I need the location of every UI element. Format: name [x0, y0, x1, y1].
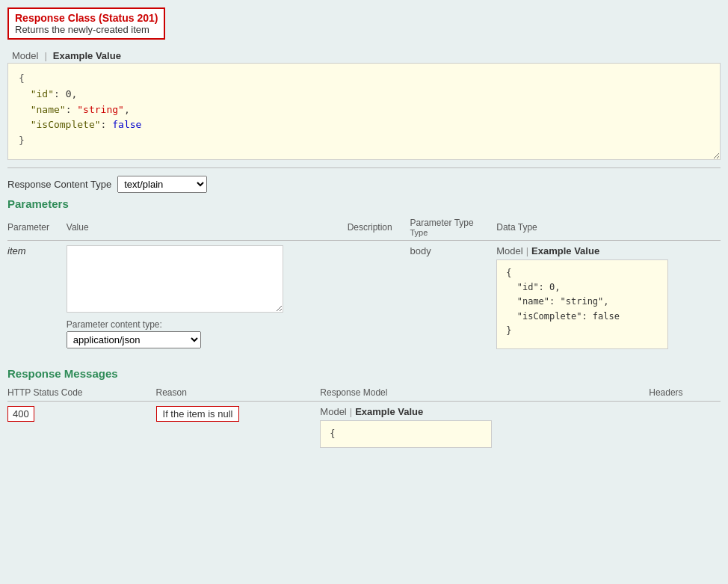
- bottom-code-box: {: [320, 420, 492, 448]
- col-description: Description: [348, 215, 410, 241]
- response-content-type-label: Response Content Type: [7, 179, 111, 190]
- response-model-tabs: Model | Example Value: [320, 406, 644, 417]
- response-messages-table: HTTP Status Code Reason Response Model H…: [7, 384, 721, 452]
- param-type: body: [410, 245, 431, 256]
- data-type-tabs: Model | Example Value: [496, 245, 716, 256]
- headers-cell: [649, 402, 721, 453]
- parameters-table: Parameter Value Description Parameter Ty…: [7, 215, 721, 354]
- response-model-tab-model[interactable]: Model: [320, 406, 346, 417]
- col-data-type: Data Type: [496, 215, 721, 241]
- status-code-cell: 400: [7, 406, 34, 422]
- page-container: Response Class (Status 201) Returns the …: [0, 0, 728, 584]
- param-content-type-label: Parameter content type:: [67, 319, 343, 330]
- response-messages-section: Response Messages HTTP Status Code Reaso…: [7, 367, 721, 452]
- col-parameter: Parameter: [7, 215, 67, 241]
- col-headers: Headers: [649, 384, 721, 402]
- data-type-code-box: { "id": 0, "name": "string", "isComplete…: [496, 259, 668, 349]
- response-messages-title: Response Messages: [7, 367, 721, 380]
- tab-separator: |: [43, 49, 48, 63]
- reason-cell: If the item is null: [156, 406, 240, 422]
- response-class-title: Response Class (Status 201): [15, 12, 158, 24]
- divider-1: [7, 167, 721, 168]
- response-content-type-row: Response Content Type text/plain applica…: [7, 176, 721, 193]
- model-tabs: Model | Example Value: [7, 49, 721, 63]
- data-type-tab-model[interactable]: Model: [496, 245, 522, 256]
- param-content-type-select[interactable]: application/json text/plain application/…: [67, 331, 201, 348]
- parameters-section-title: Parameters: [7, 197, 721, 210]
- param-description: [348, 241, 410, 354]
- response-class-box: Response Class (Status 201) Returns the …: [7, 7, 165, 40]
- example-code-box: { "id": 0, "name": "string", "isComplete…: [7, 63, 721, 160]
- response-class-description: Returns the newly-created item: [15, 24, 158, 35]
- response-content-type-select[interactable]: text/plain application/json application/…: [117, 176, 207, 193]
- response-message-row: 400 If the item is null Model | Example …: [7, 402, 721, 453]
- col-parameter-type: Parameter Type Data Type Type: [410, 215, 497, 241]
- tab-example-value[interactable]: Example Value: [49, 49, 126, 63]
- param-name: item: [7, 245, 26, 256]
- col-response-model: Response Model: [320, 384, 649, 402]
- col-value: Value: [67, 215, 348, 241]
- col-http-status-code: HTTP Status Code: [7, 384, 156, 402]
- response-model-tab-example[interactable]: Example Value: [355, 406, 423, 417]
- response-model-cell: Model | Example Value {: [320, 402, 649, 453]
- table-row: item Parameter content type: application…: [7, 241, 721, 354]
- param-value-textarea[interactable]: [67, 245, 283, 313]
- data-type-tab-example[interactable]: Example Value: [531, 245, 599, 256]
- tab-model[interactable]: Model: [7, 49, 43, 63]
- col-reason: Reason: [156, 384, 321, 402]
- data-type-cell: Model | Example Value { "id": 0, "name":…: [496, 241, 721, 354]
